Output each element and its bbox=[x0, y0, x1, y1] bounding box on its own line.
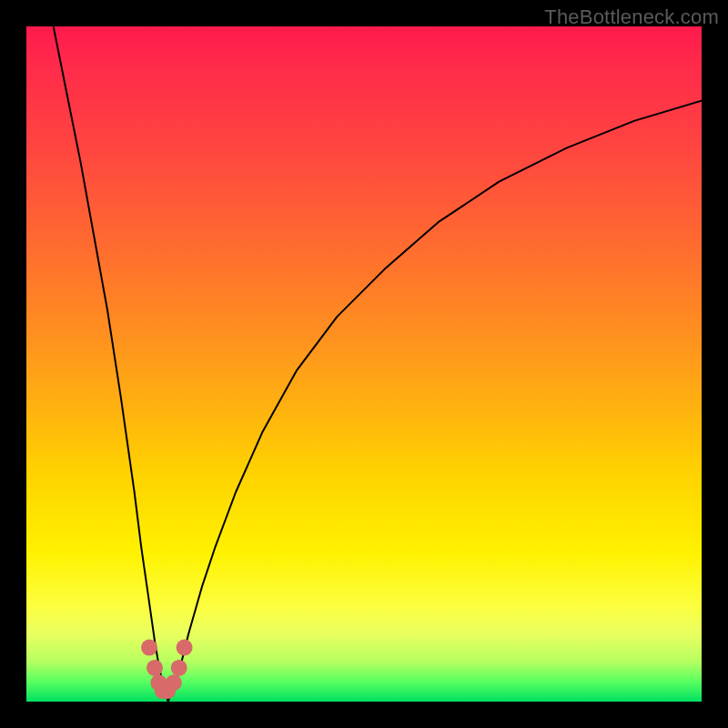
chart-frame: TheBottleneck.com bbox=[0, 0, 728, 728]
highlight-marker bbox=[147, 660, 163, 676]
highlight-marker bbox=[166, 674, 182, 691]
curve-right bbox=[168, 101, 702, 702]
highlight-markers bbox=[141, 640, 193, 700]
highlight-marker bbox=[141, 640, 157, 656]
curve-svg bbox=[26, 26, 702, 702]
highlight-marker bbox=[177, 640, 193, 656]
curve-left bbox=[54, 26, 168, 702]
plot-area bbox=[26, 26, 702, 702]
highlight-marker bbox=[171, 660, 187, 676]
